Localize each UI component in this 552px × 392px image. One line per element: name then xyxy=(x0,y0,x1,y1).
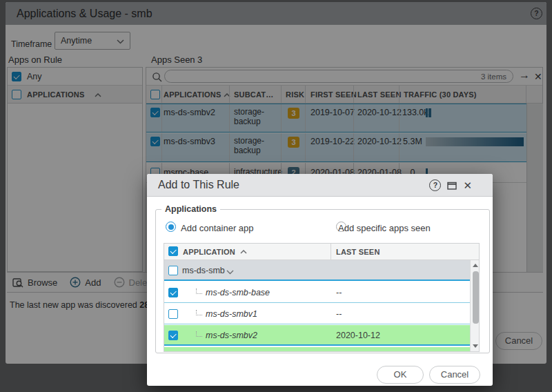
add-specific-apps-label: Add specific apps seen xyxy=(338,223,431,233)
scroll-down-icon[interactable] xyxy=(473,344,478,348)
row-checkbox[interactable] xyxy=(168,309,178,319)
row-checkbox[interactable] xyxy=(168,266,178,275)
modal-titlebar: Add to This Rule ? ✕ xyxy=(147,174,493,197)
add-container-app-radio[interactable] xyxy=(166,222,176,232)
app-name: ms-ds-smbv2 xyxy=(206,331,257,340)
app-name: ms-ds-smb-base xyxy=(206,288,270,297)
modal-title: Add to This Rule xyxy=(158,174,239,196)
scroll-up-icon[interactable] xyxy=(473,264,478,267)
last-seen: 2020-10-12 xyxy=(336,351,380,352)
modal-cancel-button[interactable]: Cancel xyxy=(429,366,480,384)
tree-elbow-icon xyxy=(196,331,202,337)
modal-table-header: APPLICATION LAST SEEN xyxy=(164,244,479,260)
tree-elbow-icon xyxy=(196,310,202,315)
add-container-app-label: Add container app xyxy=(181,223,254,233)
modal-table-row[interactable]: ms-ds-smbv3 2020-10-12 xyxy=(164,347,470,352)
modal-table-row[interactable]: ms-ds-smbv2 2020-10-12 xyxy=(164,325,470,346)
col-last-seen[interactable]: LAST SEEN xyxy=(336,248,380,256)
modal-app-table: APPLICATION LAST SEEN ms-ds-smb ms-ds-sm… xyxy=(164,243,480,352)
ok-button[interactable]: OK xyxy=(377,366,424,384)
tree-elbow-icon xyxy=(196,288,202,294)
modal-table-row[interactable]: ms-ds-smbv1 -- xyxy=(164,304,470,324)
modal-table-scrollbar[interactable] xyxy=(470,260,480,351)
modal-help-icon[interactable]: ? xyxy=(429,179,441,191)
expand-chevron-icon[interactable] xyxy=(226,270,234,275)
applications-legend: Applications xyxy=(161,204,220,214)
row-checkbox[interactable] xyxy=(168,331,178,340)
modal-table-row[interactable]: ms-ds-smb-base -- xyxy=(164,282,470,303)
popout-window-icon[interactable] xyxy=(447,182,457,190)
scrollbar-thumb[interactable] xyxy=(473,271,479,324)
last-seen: -- xyxy=(336,288,342,297)
app-name: ms-ds-smbv1 xyxy=(206,309,257,319)
sort-asc-icon xyxy=(240,250,247,254)
last-seen: -- xyxy=(336,309,342,319)
modal-header-checkbox[interactable] xyxy=(168,246,178,256)
modal-table-row[interactable]: ms-ds-smb xyxy=(164,260,470,281)
screen: Applications & Usage - smb ? Timeframe A… xyxy=(0,0,552,392)
col-application[interactable]: APPLICATION xyxy=(183,248,235,256)
last-seen: 2020-10-12 xyxy=(336,331,380,340)
row-checkbox[interactable] xyxy=(168,288,178,297)
modal-close-icon[interactable]: ✕ xyxy=(463,180,472,190)
app-name: ms-ds-smb xyxy=(182,266,225,275)
add-to-rule-modal: Add to This Rule ? ✕ Applications Add co… xyxy=(147,174,493,386)
app-name: ms-ds-smbv3 xyxy=(206,351,257,352)
